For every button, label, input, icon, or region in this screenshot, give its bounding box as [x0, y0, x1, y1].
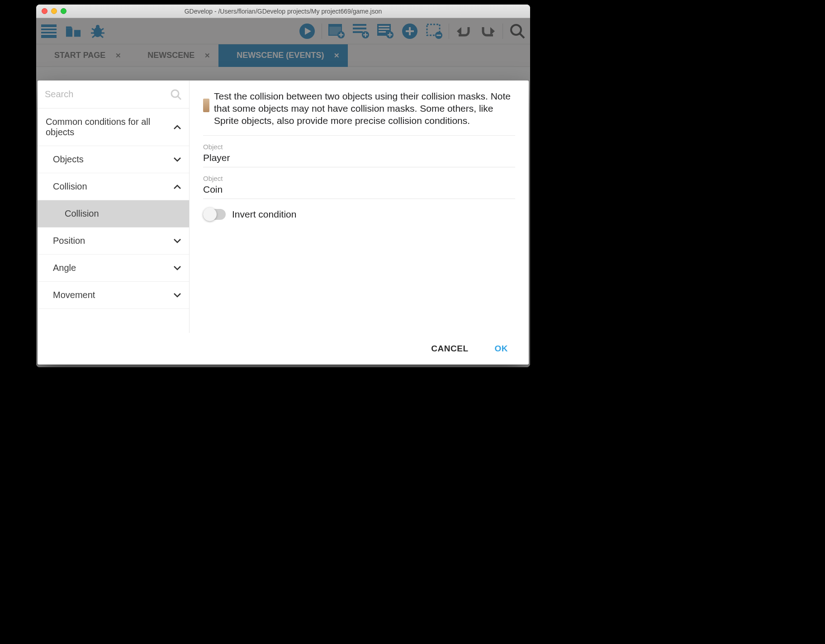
condition-collision-item[interactable]: Collision	[38, 200, 189, 227]
ok-button[interactable]: OK	[495, 344, 508, 354]
condition-dialog: Common conditions for all objects Object…	[38, 80, 529, 365]
category-objects[interactable]: Objects	[38, 146, 189, 173]
svg-point-25	[171, 90, 179, 97]
object-input-1[interactable]	[203, 152, 515, 163]
maximize-window-button[interactable]	[61, 8, 66, 14]
search-icon	[170, 89, 182, 100]
window-title: GDevelop - /Users/florian/GDevelop proje…	[36, 8, 530, 15]
invert-toggle[interactable]	[203, 209, 226, 220]
search-row	[38, 80, 189, 109]
object-field-1[interactable]: Object	[203, 143, 515, 167]
titlebar: GDevelop - /Users/florian/GDevelop proje…	[36, 5, 530, 18]
chevron-up-icon	[174, 185, 181, 189]
category-label: Objects	[53, 154, 84, 165]
chevron-down-icon	[174, 157, 181, 162]
description-row: Test the collision between two objects u…	[203, 90, 515, 136]
cancel-button[interactable]: CANCEL	[431, 344, 468, 354]
object-input-2[interactable]	[203, 184, 515, 195]
category-position[interactable]: Position	[38, 227, 189, 255]
category-label: Movement	[53, 290, 95, 300]
condition-type-icon	[203, 99, 209, 112]
category-movement[interactable]: Movement	[38, 282, 189, 309]
category-label: Collision	[53, 181, 87, 192]
dialog-footer: CANCEL OK	[38, 333, 529, 365]
field-label: Object	[203, 143, 515, 151]
app-window: GDevelop - /Users/florian/GDevelop proje…	[36, 5, 530, 367]
chevron-down-icon	[174, 293, 181, 298]
category-header[interactable]: Common conditions for all objects	[38, 109, 189, 146]
chevron-down-icon	[174, 266, 181, 270]
condition-tree-panel: Common conditions for all objects Object…	[38, 80, 190, 333]
minimize-window-button[interactable]	[51, 8, 57, 14]
toggle-knob	[203, 208, 217, 221]
object-field-2[interactable]: Object	[203, 175, 515, 199]
category-list: Common conditions for all objects Object…	[38, 109, 189, 333]
category-label: Position	[53, 236, 85, 246]
category-label: Common conditions for all objects	[46, 117, 159, 137]
category-collision[interactable]: Collision	[38, 173, 189, 200]
condition-description: Test the collision between two objects u…	[214, 90, 515, 127]
chevron-down-icon	[174, 239, 181, 243]
dialog-body: Common conditions for all objects Object…	[38, 80, 529, 333]
category-label: Angle	[53, 263, 76, 273]
invert-condition-row: Invert condition	[203, 209, 515, 220]
category-angle[interactable]: Angle	[38, 255, 189, 282]
close-window-button[interactable]	[42, 8, 47, 14]
condition-config-panel: Test the collision between two objects u…	[190, 80, 529, 333]
traffic-lights	[42, 8, 66, 14]
field-label: Object	[203, 175, 515, 182]
invert-label: Invert condition	[232, 209, 296, 220]
search-input[interactable]	[45, 89, 170, 99]
condition-label: Collision	[65, 208, 99, 219]
chevron-up-icon	[174, 125, 181, 129]
